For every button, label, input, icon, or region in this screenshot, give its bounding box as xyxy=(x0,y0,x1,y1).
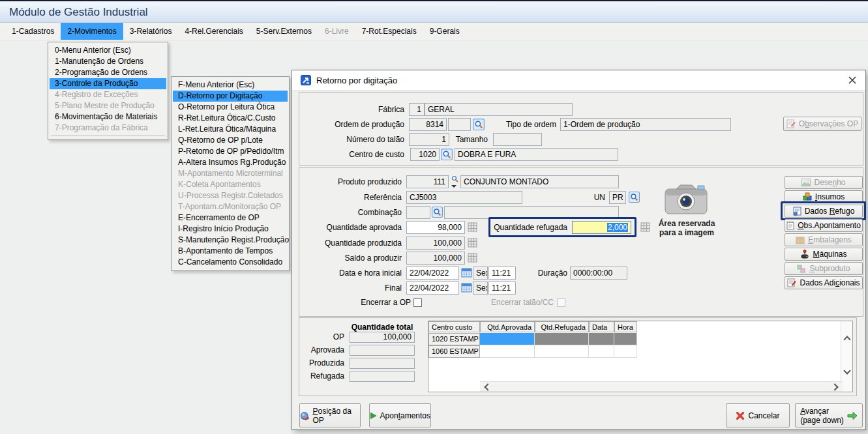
obs-apontamento-button[interactable]: Obs.Apontamento xyxy=(785,219,863,232)
menu-item-movimentacao-materiais[interactable]: 6-Movimentação de Materiais xyxy=(50,111,166,123)
magnifier-icon[interactable] xyxy=(451,175,459,183)
submenu-item-processa-registros: U-Processa Registr.Coletados xyxy=(173,190,288,201)
menubar-item-livre: 6-Livre xyxy=(318,23,355,40)
apontamentos-label: Apontamentos xyxy=(380,411,430,420)
hora-final-field[interactable]: 11:21 xyxy=(488,282,516,295)
embalagens-button: Embalagens xyxy=(785,233,863,246)
cancelar-button[interactable]: Cancelar xyxy=(726,403,790,427)
ordem-producao-field[interactable]: 8314 xyxy=(409,118,447,131)
chevron-up-icon[interactable] xyxy=(843,336,850,343)
menu-item-menu-anterior[interactable]: 0-Menu Anterior (Esc) xyxy=(50,45,166,56)
menubar-item-cadastros[interactable]: 1-Cadastros xyxy=(5,23,61,40)
centro-custo-label: Centro de custo xyxy=(299,148,404,161)
grid-row-1-qtd-refugada[interactable] xyxy=(535,333,589,345)
submenu-item-retorno-leitura-otica[interactable]: O-Retorno por Leitura Ótica xyxy=(173,102,288,113)
menubar-item-rel-gerenciais[interactable]: 4-Rel.Gerenciais xyxy=(178,23,249,40)
qtd-refugada-field[interactable]: 2,000 xyxy=(572,221,631,234)
qtd-aprovada-field[interactable]: 98,000 xyxy=(406,221,465,234)
grid-header-qtd-refugada[interactable]: Qtd.Refugada xyxy=(535,321,589,332)
magnifier-icon[interactable] xyxy=(473,119,485,130)
camera-icon xyxy=(663,182,709,216)
grid-row-2-qtd-aprovada[interactable] xyxy=(480,345,535,358)
submenu-item-ret-leitura-ccusto[interactable]: R-Ret.Leitura Ótica/C.Custo xyxy=(173,113,288,124)
menu-item-programacao-ordens[interactable]: 2-Programação de Ordens xyxy=(50,67,166,78)
produto-name-field: CONJUNTO MONTADO xyxy=(460,175,619,188)
menubar-item-rot-especiais[interactable]: 7-Rot.Especiais xyxy=(355,23,423,40)
data-final-field[interactable]: 22/04/2022 xyxy=(406,282,459,295)
tamanho-field[interactable] xyxy=(493,133,542,146)
saldo-produzir-field: 100,000 xyxy=(406,252,465,265)
magnifier-icon[interactable] xyxy=(432,207,443,218)
dados-refugo-label: Dados Refugo xyxy=(805,207,855,216)
submenu-item-registro-inicio[interactable]: I-Registro Início Produção xyxy=(173,224,288,235)
observacoes-op-button: Observações OP xyxy=(783,117,861,131)
centro-custo-code-field[interactable]: 1020 xyxy=(410,148,440,161)
menu-item-controle-producao[interactable]: 3-Controle da Produção xyxy=(50,78,166,89)
avancar-button[interactable]: Avançar (page down) xyxy=(795,403,863,427)
referencia-label: Referência xyxy=(299,191,402,204)
encerrar-op-label: Encerrar a OP xyxy=(331,296,411,309)
grid-row-1-data[interactable] xyxy=(589,333,614,345)
submenu-item-apontam-monitoracao: T-Apontam.c/Monitoração OP xyxy=(173,201,288,212)
menubar-item-movimentos[interactable]: 2-Movimentos xyxy=(61,23,123,40)
fabrica-code-field[interactable]: 1 xyxy=(409,103,425,116)
menubar-item-serv-externos[interactable]: 5-Serv.Externos xyxy=(250,23,318,40)
data-inicial-field[interactable]: 22/04/2022 xyxy=(406,267,459,280)
play-icon xyxy=(370,411,377,420)
insumos-button[interactable]: Insumos xyxy=(785,190,863,203)
submenu-item-retorno-op-pedido[interactable]: P-Retorno de OP p/Pedido/Itm xyxy=(173,146,288,157)
submenu-item-apontamento-tempos[interactable]: B-Apontamento de Tempos xyxy=(173,246,288,257)
grid-header-qtd-aprovada[interactable]: Qtd.Aprovada xyxy=(480,321,535,332)
submenu-item-retorno-digitacao[interactable]: D-Retorno por Digitação xyxy=(173,91,288,102)
grid-header-hora[interactable]: Hora xyxy=(614,321,637,332)
submenu-item-manutencao-registros[interactable]: S-Manutenção Regist.Produção xyxy=(173,235,288,246)
menu-item-manutencao-ordens[interactable]: 1-Manutenção de Ordens xyxy=(50,56,166,67)
grid-row-2-centro-custo[interactable]: 1060 ESTAMP xyxy=(428,345,480,358)
apontamentos-button[interactable]: Apontamentos xyxy=(369,403,431,427)
calendar-icon[interactable] xyxy=(461,282,472,293)
referencia-field[interactable]: CJ5003 xyxy=(406,191,522,204)
submenu-item-retorno-op-lote[interactable]: Q-Retorno de OP p/Lote xyxy=(173,135,288,146)
submenu-item-encerramento-op[interactable]: E-Encerramento de OP xyxy=(173,212,288,224)
chevron-down-icon[interactable] xyxy=(843,367,850,374)
submenu-item-ret-leitura-maquina[interactable]: L-Ret.Leitura Ótica/Máquina xyxy=(173,124,288,135)
grid-row-2-hora[interactable] xyxy=(614,345,637,358)
menubar-item-gerais[interactable]: 9-Gerais xyxy=(423,23,466,40)
ordem-extra-field[interactable] xyxy=(448,118,471,131)
picture-icon xyxy=(801,179,811,186)
grid-horizontal-scrollbar[interactable] xyxy=(480,381,843,392)
magnifier-icon[interactable] xyxy=(441,149,453,160)
posicao-op-button[interactable]: Posição da OP xyxy=(299,403,361,427)
grid-header-centro-custo[interactable]: Centro custo xyxy=(428,321,480,332)
posicao-op-label: Posição da OP xyxy=(312,407,360,425)
produto-code-field[interactable]: 111 xyxy=(406,175,449,188)
submenu-item-cancelamento-consolidado[interactable]: C-Cancelamento Consolidado xyxy=(173,257,288,268)
menubar-item-relatorios[interactable]: 3-Relatórios xyxy=(123,23,179,40)
combinacao-label: Combinação xyxy=(299,206,402,219)
chevron-down-icon[interactable] xyxy=(451,185,456,190)
insumos-label: Insumos xyxy=(815,192,845,201)
calculator-icon[interactable] xyxy=(468,222,477,232)
magnifier-icon[interactable] xyxy=(629,192,640,203)
dados-refugo-button[interactable]: Dados Refugo xyxy=(785,205,863,218)
submenu-item-altera-insumos[interactable]: A-Altera Insumos Rg.Produção xyxy=(173,157,288,168)
encerrar-op-checkbox[interactable] xyxy=(413,298,422,307)
note-edit-icon xyxy=(786,119,796,128)
submenu-item-menu-anterior[interactable]: F-Menu Anterior (Esc) xyxy=(173,80,288,91)
grid-row-2-data[interactable] xyxy=(589,345,614,358)
chevron-left-icon[interactable] xyxy=(484,383,491,390)
maquinas-button[interactable]: Máquinas xyxy=(785,248,863,261)
grid-header-data[interactable]: Data xyxy=(589,321,614,332)
dialog-titlebar: Retorno por digitação xyxy=(292,70,865,91)
grid-row-1-centro-custo[interactable]: 1020 ESTAMP xyxy=(428,333,480,345)
close-icon[interactable] xyxy=(847,75,858,85)
grid-row-1-qtd-aprovada[interactable] xyxy=(480,333,535,345)
dados-adicionais-button[interactable]: Dados Adicionais xyxy=(785,276,863,289)
chevron-right-icon[interactable] xyxy=(831,383,838,390)
tipo-ordem-field: 1-Ordem de produção xyxy=(560,118,731,131)
grid-row-2-qtd-refugada[interactable] xyxy=(535,345,589,358)
calendar-icon[interactable] xyxy=(461,267,472,278)
combinacao-code-field[interactable] xyxy=(406,206,430,219)
fabrica-label: Fábrica xyxy=(299,103,404,116)
grid-row-1-hora[interactable] xyxy=(614,333,637,345)
